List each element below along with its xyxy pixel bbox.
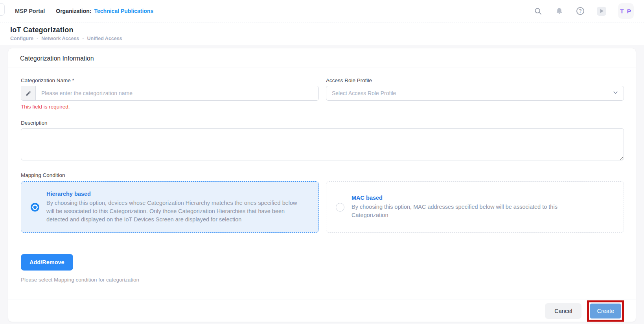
categorization-name-input[interactable]: [36, 86, 318, 100]
access-role-profile-placeholder: Select Access Role Profile: [332, 90, 612, 96]
help-icon[interactable]: [576, 6, 585, 16]
search-icon[interactable]: [533, 6, 543, 16]
breadcrumb-network-access: Network Access: [41, 36, 87, 41]
description-textarea[interactable]: [21, 128, 624, 160]
page-title: IoT Categorization: [10, 26, 634, 34]
mapping-option-hierarchy-based[interactable]: Hierarchy based By choosing this option,…: [21, 181, 319, 233]
brand-title: MSP Portal: [15, 8, 45, 14]
page-title-section: IoT Categorization Configure Network Acc…: [0, 22, 644, 45]
card-footer: Cancel Create: [8, 300, 636, 322]
access-role-profile-label: Access Role Profile: [326, 77, 624, 83]
mac-based-description: By choosing this option, MAC addresses s…: [351, 203, 583, 219]
create-button[interactable]: Create: [590, 304, 621, 318]
breadcrumb: Configure Network Access Unified Access: [10, 36, 634, 41]
mapping-condition-label: Mapping Condition: [21, 172, 624, 178]
description-label: Description: [21, 120, 624, 126]
categorization-card: Categorization Information Categorizatio…: [8, 48, 636, 322]
header-actions: T P: [533, 3, 634, 19]
mapping-hint-text: Please select Mapping condition for cate…: [21, 277, 624, 283]
mac-based-radio[interactable]: [336, 203, 344, 212]
breadcrumb-configure: Configure: [10, 36, 41, 41]
sidebar-toggle-handle[interactable]: [0, 3, 5, 16]
hierarchy-based-radio[interactable]: [31, 203, 39, 212]
main-content: Categorization Information Categorizatio…: [0, 45, 644, 322]
top-header: MSP Portal Organization: Technical Publi…: [0, 0, 644, 22]
access-role-profile-select[interactable]: Select Access Role Profile: [326, 86, 624, 101]
hierarchy-based-content: Hierarchy based By choosing this option,…: [46, 191, 298, 224]
mac-based-content: MAC based By choosing this option, MAC a…: [351, 195, 583, 219]
mapping-option-mac-based[interactable]: MAC based By choosing this option, MAC a…: [326, 181, 624, 233]
categorization-name-input-wrap: [21, 86, 319, 101]
organization-label: Organization:: [56, 8, 91, 14]
categorization-name-field-group: Categorization Name * This field is requ…: [21, 77, 319, 110]
mac-based-title: MAC based: [351, 195, 583, 201]
avatar[interactable]: T P: [618, 3, 634, 19]
organization-link[interactable]: Technical Publications: [94, 8, 154, 14]
breadcrumb-unified-access: Unified Access: [87, 36, 122, 41]
access-role-profile-field-group: Access Role Profile Select Access Role P…: [326, 77, 624, 110]
pencil-icon: [21, 86, 36, 100]
cancel-button[interactable]: Cancel: [545, 303, 581, 319]
create-button-highlight: Create: [587, 300, 624, 322]
bell-icon[interactable]: [554, 6, 564, 16]
name-required-error: This field is required.: [21, 104, 319, 110]
video-icon[interactable]: [597, 6, 606, 16]
add-remove-button[interactable]: Add/Remove: [21, 254, 73, 271]
categorization-name-label: Categorization Name *: [21, 77, 319, 83]
hierarchy-based-title: Hierarchy based: [46, 191, 298, 197]
description-field-group: Description: [21, 120, 624, 162]
card-heading: Categorization Information: [8, 48, 636, 68]
mapping-condition-group: Mapping Condition Hierarchy based By cho…: [21, 172, 624, 233]
hierarchy-based-description: By choosing this option, devices whose C…: [46, 199, 298, 224]
chevron-down-icon: [612, 89, 619, 98]
card-body: Categorization Name * This field is requ…: [8, 68, 636, 300]
